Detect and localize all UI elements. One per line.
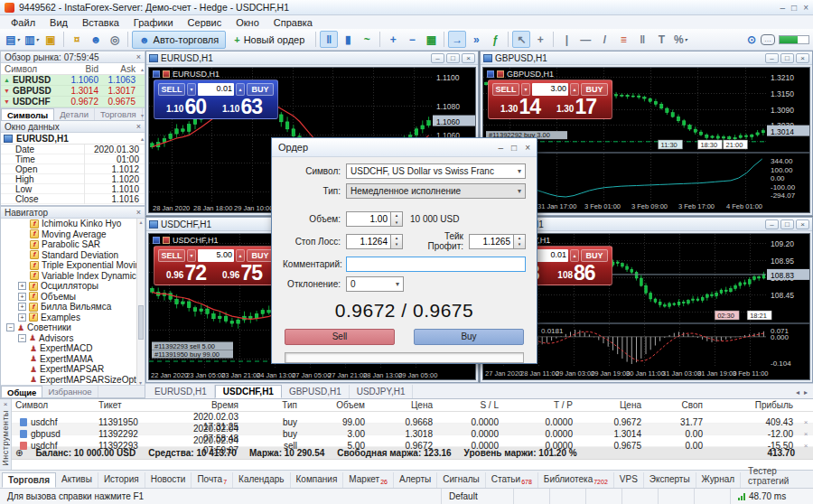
navigator-item-parabolic-sar[interactable]: fParabolic SAR	[1, 239, 145, 250]
sell-button[interactable]: SELL	[492, 83, 519, 96]
expand-icon[interactable]: +	[18, 303, 26, 311]
market-watch-row-eurusd[interactable]: ▲EURUSD 1.1060 1.1063	[1, 75, 145, 86]
tab-library[interactable]: Библиотека7202	[538, 472, 614, 488]
expand-icon[interactable]: +	[18, 293, 26, 301]
buy-button[interactable]: BUY	[581, 249, 608, 262]
tab-signals[interactable]: Сигналы	[437, 472, 486, 488]
comment-input[interactable]	[346, 257, 526, 272]
indicators-icon[interactable]: ƒ	[486, 31, 504, 48]
tab-alerts[interactable]: Алерты	[394, 472, 437, 488]
market-watch-row-usdchf[interactable]: ▼USDCHF 0.9672 0.9675 ▾	[1, 97, 145, 107]
menu-charts[interactable]: Графики	[126, 17, 181, 28]
execution-type-select[interactable]: Немедленное исполнение▾	[346, 183, 526, 199]
tab-mail[interactable]: Почта7	[192, 472, 233, 488]
dialog-minimize-button[interactable]: –	[499, 143, 504, 153]
buy-button[interactable]: BUY	[247, 83, 274, 96]
navigator-item-expertmama[interactable]: ♟ExpertMAMA	[1, 354, 145, 365]
chart-tab-usdchf[interactable]: USDCHF,H1	[215, 385, 282, 398]
table-row[interactable]: usdchf 11391950 2020.02.03 17:31:25 buy …	[12, 412, 813, 424]
navigator-item-standard-deviation[interactable]: fStandard Deviation	[1, 250, 145, 261]
chart-shift-icon[interactable]: »	[467, 31, 485, 48]
tab-experts[interactable]: Эксперты	[644, 472, 696, 488]
take-profit-field[interactable]	[469, 234, 514, 249]
tab-trade[interactable]: Торговля	[2, 472, 56, 488]
navigator-scrollbar[interactable]: ▴ ▾	[136, 219, 145, 386]
volume-decrease-button[interactable]: ▾	[521, 83, 530, 96]
chart-tab-eurusd[interactable]: EURUSD,H1	[147, 385, 215, 398]
navigator-item-expertmapsarsizeoptim[interactable]: ♟ExpertMAPSARSizeOptim	[1, 375, 145, 386]
text-tool-icon[interactable]: T	[652, 31, 670, 48]
horizontal-line-icon[interactable]: —	[576, 31, 594, 48]
navigator-item-variable-index[interactable]: fVariable Index Dynamic A	[1, 271, 145, 282]
menu-view[interactable]: Вид	[42, 17, 75, 28]
arrows-tool-icon[interactable]: %▾	[671, 31, 689, 48]
navigator-item-ichimoku[interactable]: fIchimoku Kinko Hyo	[1, 219, 145, 229]
navigator-item-triple-exponential[interactable]: fTriple Exponential Movin	[1, 260, 145, 271]
tab-scroll-right-icon[interactable]: ▸	[804, 388, 808, 397]
navigator-item-expertmacd[interactable]: ♟ExpertMACD	[1, 343, 145, 354]
close-position-icon[interactable]: ×	[799, 418, 813, 426]
symbol-select[interactable]: USDCHF, US Dollar vs Swiss Franc▾	[346, 163, 526, 179]
collapse-icon[interactable]: −	[18, 334, 26, 342]
window-maximize-button[interactable]: □	[791, 3, 797, 13]
tab-journal[interactable]: Журнал	[696, 472, 742, 488]
search-icon[interactable]: ⊙	[743, 31, 761, 48]
tile-windows-icon[interactable]: ▦	[422, 31, 440, 48]
chart-maximize-button[interactable]: □	[780, 219, 794, 229]
tab-history[interactable]: История	[98, 472, 145, 488]
buy-price[interactable]: 0.9675	[214, 264, 270, 282]
crosshair-icon[interactable]: +	[531, 31, 549, 48]
menu-file[interactable]: Файл	[4, 17, 42, 28]
market-watch-row-gbpusd[interactable]: ▼GBPUSD 1.3014 1.3017	[1, 86, 145, 97]
volume-increase-button[interactable]: ▴	[236, 249, 245, 262]
tab-symbols[interactable]: Символы	[1, 108, 54, 120]
tab-scroll-left-icon[interactable]: ◂	[796, 388, 799, 397]
volume-field[interactable]	[346, 211, 391, 227]
close-position-icon[interactable]: ×	[799, 430, 813, 438]
new-chart-icon[interactable]: ▤▾	[4, 31, 22, 48]
buy-price[interactable]: 10886	[548, 264, 604, 282]
chart-close-button[interactable]: ×	[462, 53, 475, 63]
sell-order-button[interactable]: Sell	[285, 329, 395, 345]
new-order-button[interactable]: +Новый ордер	[227, 31, 312, 49]
navigator-group-advisors[interactable]: −♟Advisors	[1, 333, 145, 344]
buy-order-button[interactable]: Buy	[414, 329, 524, 345]
market-symbols-icon[interactable]: ▣	[42, 31, 60, 48]
chart-titlebar-gbpusd[interactable]: GBPUSD,H1 – □ ×	[481, 51, 812, 65]
navigator-group-advisors-ru[interactable]: −♟Советники	[1, 322, 145, 333]
panel-toggle-icon[interactable]	[487, 70, 494, 78]
dialog-maximize-button[interactable]: □	[511, 143, 517, 153]
balance-plus-icon[interactable]: ⊕	[15, 448, 23, 458]
sell-price[interactable]: 1.3014	[492, 98, 548, 116]
navigator-group-examples[interactable]: +fExamples	[1, 313, 145, 323]
window-minimize-button[interactable]: –	[780, 3, 786, 13]
tab-calendar[interactable]: Календарь	[233, 472, 290, 488]
sell-button[interactable]: SELL	[158, 249, 185, 262]
volume-increase-button[interactable]: ▴	[570, 249, 579, 262]
expand-icon[interactable]: +	[18, 313, 26, 322]
autotrade-button[interactable]: ☻Авто-торговля	[132, 31, 226, 49]
panel-toggle-icon[interactable]	[153, 237, 160, 244]
close-icon[interactable]: ×	[136, 52, 141, 61]
menu-insert[interactable]: Вставка	[75, 17, 126, 28]
collapse-icon[interactable]: −	[6, 323, 14, 331]
navigator-item-expertmapsar[interactable]: ♟ExpertMAPSAR	[1, 364, 145, 375]
stop-loss-spinner[interactable]: ▴▾	[391, 234, 403, 249]
tab-news[interactable]: Новости	[145, 472, 192, 488]
tab-articles[interactable]: Статьи678	[486, 472, 538, 488]
volume-decrease-button[interactable]: ▾	[187, 249, 196, 262]
order-dialog-titlebar[interactable]: Ордер – □ ×	[272, 138, 537, 157]
chart-minimize-button[interactable]: –	[765, 219, 779, 229]
volume-input[interactable]: 3.00	[532, 83, 568, 96]
chart-tab-gbpusd[interactable]: GBPUSD,H1	[282, 385, 350, 398]
deviation-select[interactable]: 0▾	[346, 276, 404, 292]
take-profit-spinner[interactable]: ▴▾	[514, 234, 526, 249]
dialog-close-button[interactable]: ×	[525, 143, 530, 153]
tab-assets[interactable]: Активы	[56, 472, 98, 488]
close-icon[interactable]: ×	[136, 208, 141, 217]
chart-titlebar-eurusd[interactable]: EURUSD,H1 – □ ×	[146, 51, 478, 65]
stop-loss-field[interactable]	[346, 234, 391, 249]
menu-service[interactable]: Сервис	[181, 17, 229, 28]
navigator-item-moving-average[interactable]: fMoving Average	[1, 229, 145, 240]
close-icon[interactable]: ×	[4, 400, 8, 408]
